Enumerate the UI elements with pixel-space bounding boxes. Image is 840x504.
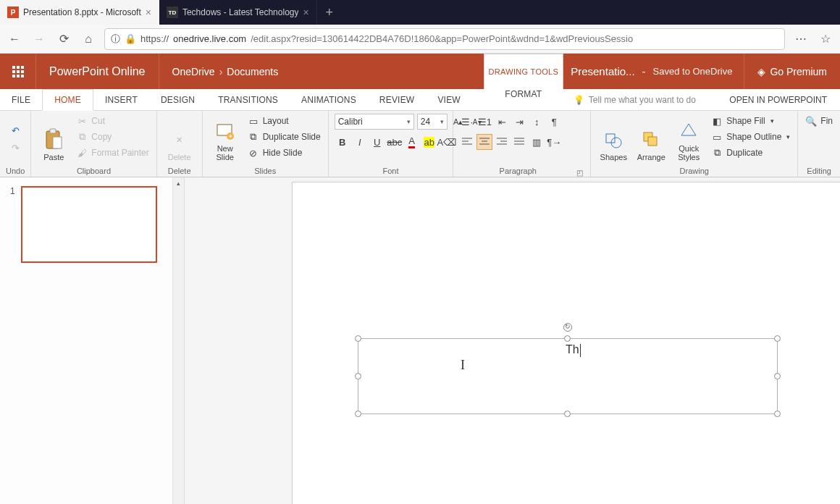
resize-handle-s[interactable] [564, 411, 571, 417]
font-size-combo[interactable]: 24▾ [417, 114, 448, 130]
redo-button[interactable]: ↷ [7, 140, 23, 156]
resize-handle-se[interactable] [774, 411, 781, 417]
bold-button[interactable]: B [335, 134, 350, 150]
new-slide-button[interactable]: ✦ New Slide [209, 114, 242, 161]
underline-button[interactable]: U [369, 134, 385, 150]
slide-canvas-area[interactable]: Th I [185, 177, 840, 504]
reload-button[interactable]: ⟳ [55, 30, 72, 48]
decrease-indent-button[interactable]: ⇤ [494, 114, 510, 130]
tab-view[interactable]: VIEW [426, 89, 471, 110]
ltr-button[interactable]: ¶→ [546, 134, 562, 150]
tab-insert[interactable]: INSERT [93, 89, 149, 110]
strike-button[interactable]: abc [387, 134, 403, 150]
quick-styles-button[interactable]: Quick Styles [672, 114, 705, 161]
duplicate-button[interactable]: ⧉Duplicate [710, 146, 791, 160]
outline-icon: ▭ [711, 131, 723, 143]
cut-button[interactable]: ✂Cut [75, 114, 150, 128]
undo-button[interactable]: ↶ [7, 123, 23, 139]
tab-format[interactable]: FORMAT [484, 89, 563, 99]
go-premium-button[interactable]: ◈ Go Premium [744, 54, 840, 89]
highlight-button[interactable]: ab [421, 134, 437, 150]
chevron-right-icon: › [219, 66, 223, 77]
close-icon[interactable]: × [303, 7, 308, 18]
font-name-combo[interactable]: Calibri▾ [335, 114, 414, 130]
bookmark-button[interactable]: ☆ [817, 30, 834, 48]
browser-tab[interactable]: TD Techdows - Latest Technology × [159, 0, 317, 25]
align-left-button[interactable] [459, 134, 475, 150]
tab-design[interactable]: DESIGN [149, 89, 206, 110]
format-painter-button[interactable]: 🖌Format Painter [75, 146, 150, 160]
ribbon-tabs: FILE HOME INSERT DESIGN TRANSITIONS ANIM… [0, 89, 840, 111]
resize-handle-n[interactable] [564, 335, 571, 342]
app-brand[interactable]: PowerPoint Online [36, 54, 159, 89]
svg-rect-2 [21, 66, 24, 69]
arrange-icon [639, 128, 663, 151]
breadcrumb-item[interactable]: Documents [227, 66, 278, 77]
info-icon[interactable]: ⓘ [111, 33, 120, 46]
new-tab-button[interactable]: + [317, 0, 342, 25]
line-spacing-button[interactable]: ↕ [529, 114, 545, 130]
close-icon[interactable]: × [146, 7, 151, 18]
styles-icon [677, 119, 700, 143]
group-undo: ↶ ↷ Undo [0, 111, 31, 177]
dialog-launcher[interactable]: ◰ [576, 169, 584, 177]
shape-outline-button[interactable]: ▭Shape Outline▾ [710, 130, 791, 144]
italic-button[interactable]: I [352, 134, 368, 150]
slide-canvas[interactable]: Th I [292, 182, 840, 504]
tell-me-search[interactable]: 💡 Tell me what you want to do [563, 89, 706, 110]
shape-fill-button[interactable]: ◧Shape Fill▾ [710, 114, 791, 128]
resize-handle-e[interactable] [774, 373, 781, 379]
hide-slide-button[interactable]: ⊘Hide Slide [246, 146, 322, 160]
open-in-powerpoint-button[interactable]: OPEN IN POWERPOINT [716, 89, 840, 110]
text-direction-button[interactable]: ¶ [546, 114, 562, 130]
increase-indent-button[interactable]: ⇥ [511, 114, 527, 130]
tab-transitions[interactable]: TRANSITIONS [206, 89, 290, 110]
resize-handle-sw[interactable] [355, 411, 361, 417]
arrange-button[interactable]: Arrange [634, 114, 668, 161]
app-header: PowerPoint Online OneDrive › Documents P… [0, 54, 840, 89]
document-name[interactable]: Presentatio... [571, 65, 634, 77]
layout-button[interactable]: ▭Layout [246, 114, 322, 128]
group-label: Font [335, 165, 448, 177]
tab-animations[interactable]: ANIMATIONS [290, 89, 368, 110]
resize-handle-nw[interactable] [355, 335, 361, 342]
tab-review[interactable]: REVIEW [368, 89, 427, 110]
more-button[interactable]: ⋯ [792, 30, 810, 48]
justify-button[interactable] [511, 134, 527, 150]
clear-format-button[interactable]: A⌫ [439, 134, 455, 150]
svg-rect-1 [17, 66, 20, 69]
text-box-selected[interactable]: Th [358, 338, 778, 414]
copy-button[interactable]: ⧉Copy [75, 130, 150, 144]
paste-button[interactable]: Paste [37, 114, 70, 161]
address-bar[interactable]: ⓘ 🔒 https://onedrive.live.com/edit.aspx?… [104, 28, 785, 50]
align-right-button[interactable] [494, 134, 510, 150]
resize-handle-w[interactable] [355, 373, 361, 379]
resize-handle-ne[interactable] [774, 335, 781, 342]
tab-file[interactable]: FILE [0, 89, 42, 110]
delete-button[interactable]: ✕ Delete [163, 114, 196, 161]
thumbnails-scrollbar[interactable]: ▴ [172, 177, 184, 504]
breadcrumb-item[interactable]: OneDrive [172, 66, 215, 77]
app-launcher[interactable] [0, 54, 36, 89]
shapes-button[interactable]: Shapes [597, 114, 630, 161]
back-button[interactable]: ← [6, 30, 23, 48]
tab-home[interactable]: HOME [42, 89, 93, 111]
duplicate-slide-button[interactable]: ⧉Duplicate Slide [246, 130, 322, 144]
font-color-button[interactable]: A [404, 134, 420, 150]
forward-button[interactable]: → [30, 30, 48, 48]
text-caret [580, 344, 581, 357]
svg-text:✦: ✦ [227, 133, 232, 140]
find-button[interactable]: 🔍Fin [804, 114, 834, 128]
slide-thumbnail[interactable]: 1 [10, 186, 174, 263]
columns-button[interactable]: ▥ [529, 134, 545, 150]
browser-tab-active[interactable]: P Presentation 8.pptx - Microsoft × [0, 0, 159, 25]
rotate-handle[interactable] [563, 323, 572, 332]
numbering-button[interactable]: ☰1 [476, 114, 492, 130]
align-center-button[interactable] [476, 134, 492, 150]
scroll-up-icon[interactable]: ▴ [173, 177, 184, 189]
bullets-button[interactable]: ☰· [459, 114, 475, 130]
svg-rect-4 [17, 70, 20, 73]
ibeam-cursor: I [461, 358, 465, 373]
home-button[interactable]: ⌂ [80, 30, 97, 48]
textbox-content[interactable]: Th [566, 343, 581, 357]
